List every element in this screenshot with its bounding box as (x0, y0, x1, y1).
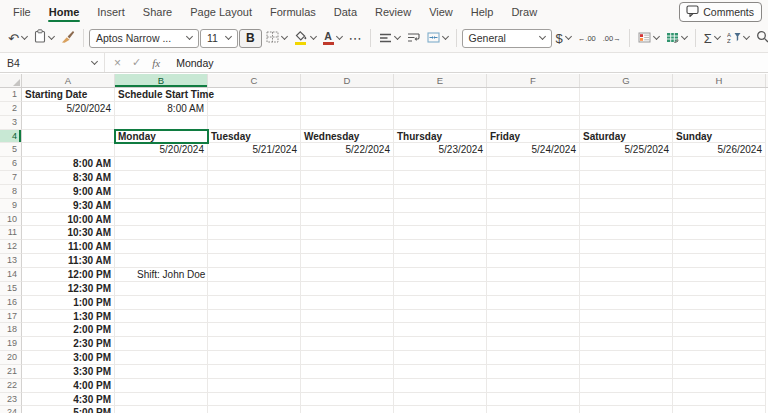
cell-F8[interactable] (487, 185, 580, 199)
cell-G20[interactable] (580, 351, 673, 365)
cell-B18[interactable] (115, 323, 208, 337)
cell-E18[interactable] (394, 323, 487, 337)
cell-A10[interactable]: 10:00 AM (22, 213, 115, 227)
cell-E7[interactable] (394, 171, 487, 185)
cell-G6[interactable] (580, 157, 673, 171)
cell-D14[interactable] (301, 268, 394, 282)
cell-E8[interactable] (394, 185, 487, 199)
cell-C23[interactable] (208, 393, 301, 407)
cell-D11[interactable] (301, 226, 394, 240)
cell-E14[interactable] (394, 268, 487, 282)
row-header-12[interactable]: 12 (0, 240, 22, 254)
cell-B17[interactable] (115, 310, 208, 324)
cell-H17[interactable] (673, 310, 766, 324)
conditional-formatting-button[interactable] (635, 27, 662, 49)
cell-H15[interactable] (673, 282, 766, 296)
menu-tab-insert[interactable]: Insert (88, 0, 134, 24)
cell-D1[interactable] (301, 88, 394, 102)
cell-D4[interactable]: Wednesday (301, 130, 394, 144)
cell-C8[interactable] (208, 185, 301, 199)
cell-D16[interactable] (301, 296, 394, 310)
sort-filter-button[interactable]: AZ (724, 27, 752, 49)
menu-tab-home[interactable]: Home (40, 0, 89, 24)
cell-E4[interactable]: Thursday (394, 130, 487, 144)
cell-G10[interactable] (580, 213, 673, 227)
font-name-select[interactable]: Aptos Narrow ... (89, 29, 199, 48)
cell-G13[interactable] (580, 254, 673, 268)
cell-A12[interactable]: 11:00 AM (22, 240, 115, 254)
row-header-23[interactable]: 23 (0, 393, 22, 407)
row-header-15[interactable]: 15 (0, 282, 22, 296)
cell-A11[interactable]: 10:30 AM (22, 226, 115, 240)
cell-B16[interactable] (115, 296, 208, 310)
autosum-button[interactable]: Σ (701, 30, 723, 47)
cell-G9[interactable] (580, 199, 673, 213)
cell-D7[interactable] (301, 171, 394, 185)
row-header-7[interactable]: 7 (0, 171, 22, 185)
row-header-13[interactable]: 13 (0, 254, 22, 268)
select-all-button[interactable] (0, 74, 22, 87)
cell-E22[interactable] (394, 379, 487, 393)
cell-C7[interactable] (208, 171, 301, 185)
cell-E13[interactable] (394, 254, 487, 268)
cell-B3[interactable] (115, 116, 208, 130)
cell-D23[interactable] (301, 393, 394, 407)
row-header-2[interactable]: 2 (0, 102, 22, 116)
cell-D12[interactable] (301, 240, 394, 254)
row-header-1[interactable]: 1 (0, 88, 22, 102)
cell-G15[interactable] (580, 282, 673, 296)
cell-C22[interactable] (208, 379, 301, 393)
cell-A23[interactable]: 4:30 PM (22, 393, 115, 407)
cell-A19[interactable]: 2:30 PM (22, 337, 115, 351)
cell-D19[interactable] (301, 337, 394, 351)
cell-D15[interactable] (301, 282, 394, 296)
row-header-19[interactable]: 19 (0, 337, 22, 351)
cell-F12[interactable] (487, 240, 580, 254)
cell-E12[interactable] (394, 240, 487, 254)
cell-F18[interactable] (487, 323, 580, 337)
cell-C15[interactable] (208, 282, 301, 296)
more-font-options-button[interactable]: ⋯ (346, 30, 365, 47)
cell-D9[interactable] (301, 199, 394, 213)
cell-D17[interactable] (301, 310, 394, 324)
find-button[interactable] (753, 27, 768, 49)
row-header-10[interactable]: 10 (0, 213, 22, 227)
cell-D3[interactable] (301, 116, 394, 130)
cell-C18[interactable] (208, 323, 301, 337)
cell-D6[interactable] (301, 157, 394, 171)
row-header-11[interactable]: 11 (0, 226, 22, 240)
cell-F16[interactable] (487, 296, 580, 310)
cell-H18[interactable] (673, 323, 766, 337)
cell-F1[interactable] (487, 88, 580, 102)
row-header-21[interactable]: 21 (0, 365, 22, 379)
font-size-select[interactable]: 11 (200, 29, 238, 48)
cell-F9[interactable] (487, 199, 580, 213)
cell-H16[interactable] (673, 296, 766, 310)
cell-C14[interactable] (208, 268, 301, 282)
cell-F17[interactable] (487, 310, 580, 324)
formula-input[interactable]: Monday (169, 53, 213, 72)
cell-A22[interactable]: 4:00 PM (22, 379, 115, 393)
cell-H2[interactable] (673, 102, 766, 116)
row-header-8[interactable]: 8 (0, 185, 22, 199)
cell-B7[interactable] (115, 171, 208, 185)
cell-G3[interactable] (580, 116, 673, 130)
cell-B19[interactable] (115, 337, 208, 351)
enter-check-icon[interactable]: ✓ (132, 56, 141, 69)
fill-color-button[interactable] (291, 29, 319, 47)
cell-A1[interactable]: Starting Date (22, 88, 115, 102)
cell-C17[interactable] (208, 310, 301, 324)
cell-C5[interactable]: 5/21/2024 (208, 143, 301, 157)
row-header-16[interactable]: 16 (0, 296, 22, 310)
cell-B13[interactable] (115, 254, 208, 268)
currency-format-button[interactable]: $ (553, 30, 574, 47)
cell-E21[interactable] (394, 365, 487, 379)
cell-G11[interactable] (580, 226, 673, 240)
cell-G14[interactable] (580, 268, 673, 282)
wrap-text-button[interactable] (404, 27, 423, 49)
cell-H24[interactable] (673, 406, 766, 413)
cell-H9[interactable] (673, 199, 766, 213)
cell-E11[interactable] (394, 226, 487, 240)
row-header-4[interactable]: 4 (0, 130, 22, 144)
column-header-B[interactable]: B (115, 74, 208, 87)
